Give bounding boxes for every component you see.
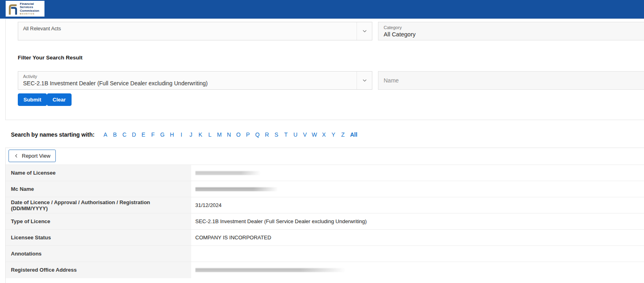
letter-link-K[interactable]: K	[196, 131, 205, 138]
row-label: Date of Licence / Approval / Authorisati…	[6, 197, 191, 213]
clear-button[interactable]: Clear	[47, 93, 72, 106]
report-view-label: Report View	[22, 153, 51, 159]
table-row: Annotations	[6, 246, 644, 262]
letter-link-C[interactable]: C	[120, 131, 129, 138]
alphabet-bar-label: Search by names starting with:	[11, 131, 95, 138]
row-label: Annotations	[6, 246, 191, 262]
name-input[interactable]	[378, 71, 644, 90]
fsc-logo[interactable]: Financial Services Commission MAURITIUS	[6, 1, 44, 17]
licensee-table-body: Name of Licensee Mc Name Date of Licence…	[6, 165, 644, 278]
letter-link-X[interactable]: X	[319, 131, 329, 138]
activity-value: SEC-2.1B Investment Dealer (Full Service…	[23, 80, 367, 87]
letter-link-U[interactable]: U	[291, 131, 300, 138]
activity-label: Activity	[23, 74, 367, 79]
search-panel-card: All Relevant Acts Category All Category …	[5, 19, 644, 120]
activity-select[interactable]: Activity SEC-2.1B Investment Dealer (Ful…	[18, 71, 372, 90]
table-row: Licensee Status COMPANY IS INCORPORATED	[6, 230, 644, 246]
table-row: Date of Licence / Approval / Authorisati…	[6, 197, 644, 213]
licensee-table: Name of Licensee Mc Name Date of Licence…	[6, 165, 644, 278]
top-header-bar: Financial Services Commission MAURITIUS	[0, 0, 644, 19]
chevron-left-icon	[14, 153, 19, 158]
letter-link-O[interactable]: O	[234, 131, 243, 138]
table-row: Registered Office Address	[6, 262, 644, 278]
letter-link-A[interactable]: A	[101, 131, 110, 138]
relevant-acts-value: All Relevant Acts	[23, 26, 61, 32]
row-label: Mc Name	[6, 181, 191, 197]
chevron-down-icon	[357, 72, 372, 89]
row-label: Type of Licence	[6, 213, 191, 230]
table-row: Mc Name	[6, 181, 644, 197]
row-value	[191, 181, 644, 197]
redacted-value-bar	[195, 171, 261, 175]
letter-link-D[interactable]: D	[129, 131, 139, 138]
alphabet-letters: ABCDEFGHIJKLMNOPQRSTUVWXYZAll	[101, 131, 357, 138]
redacted-value-bar	[195, 187, 278, 192]
letter-link-M[interactable]: M	[215, 131, 224, 138]
letter-link-L[interactable]: L	[205, 131, 215, 138]
letter-link-W[interactable]: W	[310, 131, 319, 138]
row-value: COMPANY IS INCORPORATED	[191, 230, 644, 246]
row-value: SEC-2.1B Investment Dealer (Full Service…	[191, 213, 644, 230]
logo-line-3: Commission	[20, 9, 39, 13]
logo-subtitle: MAURITIUS	[20, 13, 39, 15]
submit-button[interactable]: Submit	[18, 93, 47, 106]
row-value	[191, 246, 644, 262]
letter-link-E[interactable]: E	[139, 131, 148, 138]
row-value	[191, 165, 644, 181]
row-value: 31/12/2024	[191, 197, 644, 213]
row-label: Name of Licensee	[6, 165, 191, 181]
letter-link-J[interactable]: J	[186, 131, 196, 138]
letter-link-Y[interactable]: Y	[329, 131, 338, 138]
category-field[interactable]: Category All Category	[378, 22, 644, 40]
fsc-logo-text: Financial Services Commission MAURITIUS	[20, 2, 39, 15]
redacted-value-bar	[195, 268, 346, 272]
row-value	[191, 262, 644, 278]
table-row: Name of Licensee	[6, 165, 644, 181]
relevant-acts-select[interactable]: All Relevant Acts	[18, 22, 372, 40]
letter-link-V[interactable]: V	[300, 131, 310, 138]
letter-link-Q[interactable]: Q	[253, 131, 262, 138]
filter-search-heading: Filter Your Search Result	[18, 55, 82, 61]
licensee-report-card: Report View Name of Licensee Mc Name Dat…	[5, 148, 644, 283]
chevron-down-icon	[357, 22, 372, 40]
row-label: Registered Office Address	[6, 262, 191, 278]
letter-link-N[interactable]: N	[224, 131, 234, 138]
letter-link-G[interactable]: G	[158, 131, 167, 138]
letter-link-B[interactable]: B	[110, 131, 120, 138]
fsc-logo-icon	[8, 2, 18, 15]
letter-link-T[interactable]: T	[281, 131, 291, 138]
letter-link-P[interactable]: P	[243, 131, 253, 138]
row-label: Licensee Status	[6, 230, 191, 246]
letter-link-all[interactable]: All	[350, 131, 357, 138]
letter-link-S[interactable]: S	[272, 131, 281, 138]
category-value: All Category	[384, 31, 644, 38]
letter-link-R[interactable]: R	[262, 131, 272, 138]
letter-link-I[interactable]: I	[177, 131, 186, 138]
letter-link-H[interactable]: H	[167, 131, 177, 138]
letter-link-F[interactable]: F	[148, 131, 158, 138]
category-label: Category	[384, 25, 644, 30]
alphabet-search-bar: Search by names starting with: ABCDEFGHI…	[11, 131, 357, 138]
report-view-button[interactable]: Report View	[8, 150, 56, 162]
letter-link-Z[interactable]: Z	[338, 131, 348, 138]
table-row: Type of Licence SEC-2.1B Investment Deal…	[6, 213, 644, 230]
